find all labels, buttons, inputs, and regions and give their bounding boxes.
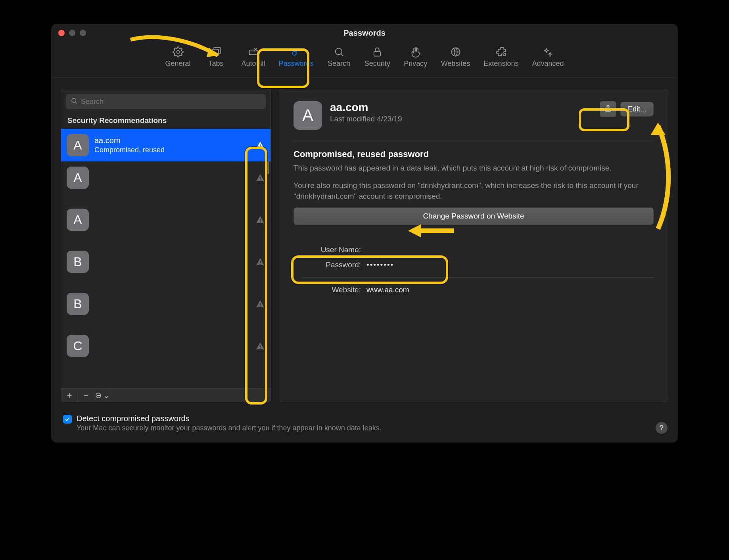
detail-header: A aa.com Last modified 4/23/19 Edit...: [294, 101, 654, 130]
svg-point-15: [260, 306, 261, 307]
list-item[interactable]: A: [61, 161, 270, 194]
svg-point-19: [98, 395, 98, 395]
list-footer: ＋ － ⌄: [61, 388, 270, 402]
svg-point-14: [260, 264, 261, 265]
preferences-window: Passwords General Tabs AutoFill Passwor: [51, 24, 678, 443]
svg-point-20: [99, 395, 100, 395]
window-title: Passwords: [51, 29, 678, 38]
tab-general[interactable]: General: [161, 44, 195, 70]
avatar: A: [67, 167, 89, 189]
tab-autofill[interactable]: AutoFill: [238, 44, 269, 70]
tab-label: Security: [364, 59, 390, 68]
svg-rect-2: [249, 50, 257, 55]
password-label: Password:: [301, 261, 361, 269]
search-input[interactable]: [66, 94, 266, 109]
svg-point-4: [335, 48, 341, 55]
traffic-lights: [58, 30, 86, 36]
tab-label: Tabs: [209, 59, 224, 68]
search-input-field[interactable]: [81, 98, 261, 106]
svg-rect-1: [212, 49, 218, 56]
warning-icon: [255, 341, 265, 351]
svg-marker-23: [408, 224, 421, 238]
warning-paragraph: This password has appeared in a data lea…: [294, 163, 654, 174]
password-value: ••••••••: [366, 261, 654, 269]
svg-point-3: [292, 52, 296, 55]
lock-icon: [371, 46, 383, 58]
list-item-title: aa.com: [94, 136, 250, 145]
tab-label: Passwords: [279, 59, 314, 68]
body: Security Recommendations A aa.com Compro…: [51, 78, 678, 406]
tab-label: AutoFill: [242, 59, 265, 68]
more-options-button[interactable]: ⌄: [94, 389, 111, 402]
tab-label: Privacy: [404, 59, 427, 68]
warning-icon: [255, 299, 265, 309]
change-password-button[interactable]: Change Password on Website: [294, 207, 654, 225]
search-icon: [333, 46, 345, 58]
detail-avatar: A: [294, 101, 322, 130]
warning-title: Compromised, reused password: [294, 149, 654, 159]
warning-body: This password has appeared in a data lea…: [294, 163, 654, 202]
search-icon: [71, 97, 78, 106]
tab-passwords[interactable]: Passwords: [275, 44, 318, 70]
password-list[interactable]: A aa.com Compromised, reused A: [61, 129, 270, 388]
hand-icon: [410, 46, 422, 58]
divider: [294, 140, 654, 140]
list-item[interactable]: C: [61, 330, 270, 362]
edit-button-label: Edit...: [628, 105, 646, 113]
warning-icon: [255, 140, 265, 150]
divider: [301, 277, 654, 278]
tab-tabs[interactable]: Tabs: [200, 44, 232, 70]
share-icon: [604, 104, 612, 114]
warning-paragraph: You're also reusing this password on "dr…: [294, 180, 654, 202]
sidebar: Security Recommendations A aa.com Compro…: [61, 89, 271, 402]
svg-point-12: [260, 180, 261, 180]
remove-button[interactable]: －: [78, 389, 94, 402]
edit-button[interactable]: Edit...: [620, 102, 654, 117]
tab-extensions[interactable]: Extensions: [480, 44, 522, 70]
tab-search[interactable]: Search: [323, 44, 355, 70]
svg-point-7: [546, 50, 548, 52]
avatar: B: [67, 251, 89, 273]
share-button[interactable]: [600, 101, 616, 117]
tab-label: Advanced: [532, 59, 564, 68]
detect-compromised-checkbox[interactable]: [63, 415, 72, 424]
help-button[interactable]: ?: [656, 422, 668, 434]
titlebar: Passwords: [51, 24, 678, 42]
svg-point-13: [260, 222, 261, 222]
tab-label: Search: [328, 59, 350, 68]
minimize-window-button[interactable]: [69, 30, 75, 36]
detail-title: aa.com: [330, 101, 592, 114]
search-wrap: [61, 89, 270, 114]
website-value[interactable]: www.aa.com: [366, 286, 654, 294]
list-item[interactable]: B: [61, 245, 270, 278]
section-header: Security Recommendations: [61, 114, 270, 129]
tab-label: Extensions: [483, 59, 518, 68]
add-button[interactable]: ＋: [61, 389, 78, 402]
tab-label: General: [165, 59, 191, 68]
footer-option: Detect compromised passwords Your Mac ca…: [51, 406, 678, 443]
warning-icon: [255, 173, 265, 182]
warning-icon: [255, 257, 265, 267]
list-item-subtitle: Compromised, reused: [94, 146, 250, 154]
list-item[interactable]: A aa.com Compromised, reused: [61, 129, 270, 161]
detail-panel: A aa.com Last modified 4/23/19 Edit...: [279, 89, 668, 402]
tab-security[interactable]: Security: [361, 44, 394, 70]
globe-icon: [450, 46, 462, 58]
tab-websites[interactable]: Websites: [437, 44, 474, 70]
gear-icon: [172, 46, 184, 58]
zoom-window-button[interactable]: [80, 30, 86, 36]
close-window-button[interactable]: [58, 30, 65, 36]
tab-label: Websites: [441, 59, 470, 68]
tab-advanced[interactable]: Advanced: [528, 44, 568, 70]
gears-icon: [542, 46, 554, 58]
list-item[interactable]: B: [61, 288, 270, 320]
avatar: A: [67, 209, 89, 231]
avatar: C: [67, 335, 89, 357]
checkbox-label: Detect compromised passwords: [77, 414, 382, 423]
list-item[interactable]: A: [61, 203, 270, 236]
tab-privacy[interactable]: Privacy: [400, 44, 432, 70]
svg-point-8: [549, 54, 551, 56]
website-label: Website:: [301, 286, 361, 294]
svg-point-0: [176, 51, 179, 54]
warning-icon: [255, 215, 265, 224]
